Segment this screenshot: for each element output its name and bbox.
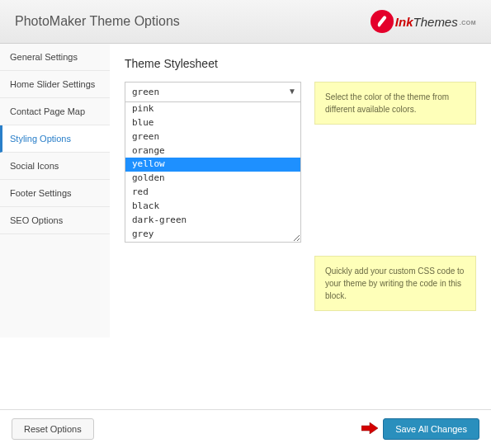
- dropdown-option-yellow[interactable]: yellow: [125, 158, 300, 172]
- dropdown-option-blue[interactable]: blue: [125, 116, 300, 130]
- css-row: Quickly add your custom CSS code to your…: [125, 256, 476, 311]
- dropdown-option-green[interactable]: green: [125, 130, 300, 144]
- dropdown-option-golden[interactable]: golden: [125, 172, 300, 186]
- arrow-right-icon: [361, 422, 378, 436]
- control-column: green ▼ pinkbluegreenorangeyellowgoldenr…: [125, 82, 301, 243]
- sidebar-item-general-settings[interactable]: General Settings: [0, 44, 110, 71]
- theme-color-select[interactable]: green: [125, 82, 301, 102]
- help-column: Select the color of the theme from diffe…: [314, 82, 476, 243]
- logo-text: InkThemes.COM: [395, 15, 476, 29]
- sidebar-item-contact-page-map[interactable]: Contact Page Map: [0, 98, 110, 125]
- help-column: Quickly add your custom CSS code to your…: [314, 256, 476, 311]
- help-color: Select the color of the theme from diffe…: [314, 82, 476, 125]
- header: PhotoMaker Theme Options InkThemes.COM: [0, 0, 491, 44]
- help-css: Quickly add your custom CSS code to your…: [314, 256, 476, 311]
- reset-button[interactable]: Reset Options: [12, 418, 94, 440]
- theme-color-dropdown[interactable]: pinkbluegreenorangeyellowgoldenredblackd…: [125, 102, 301, 243]
- sidebar-item-seo-options[interactable]: SEO Options: [0, 207, 110, 234]
- body-wrap: General SettingsHome Slider SettingsCont…: [0, 44, 491, 337]
- footer: Reset Options Save All Changes: [0, 409, 491, 448]
- control-column: [125, 256, 301, 311]
- logo-mark-icon: [371, 10, 394, 33]
- page-title: PhotoMaker Theme Options: [15, 14, 180, 29]
- content-area: Theme Stylesheet green ▼ pinkbluegreenor…: [110, 44, 491, 337]
- sidebar: General SettingsHome Slider SettingsCont…: [0, 44, 110, 337]
- sidebar-item-footer-settings[interactable]: Footer Settings: [0, 180, 110, 207]
- sidebar-item-styling-options[interactable]: Styling Options: [0, 125, 110, 153]
- dropdown-option-pink[interactable]: pink: [125, 102, 300, 116]
- dropdown-option-dark-green[interactable]: dark-green: [125, 214, 300, 228]
- save-wrap: Save All Changes: [361, 418, 479, 440]
- save-button[interactable]: Save All Changes: [383, 418, 479, 440]
- inkthemes-logo: InkThemes.COM: [371, 10, 476, 33]
- dropdown-option-grey[interactable]: grey: [125, 228, 300, 242]
- dropdown-option-red[interactable]: red: [125, 186, 300, 200]
- sidebar-item-home-slider-settings[interactable]: Home Slider Settings: [0, 71, 110, 98]
- stylesheet-row: green ▼ pinkbluegreenorangeyellowgoldenr…: [125, 82, 476, 243]
- section-title: Theme Stylesheet: [125, 57, 476, 70]
- select-wrap: green ▼: [125, 82, 301, 102]
- sidebar-item-social-icons[interactable]: Social Icons: [0, 153, 110, 180]
- dropdown-option-orange[interactable]: orange: [125, 144, 300, 158]
- dropdown-option-purple[interactable]: purple: [125, 241, 300, 243]
- dropdown-option-black[interactable]: black: [125, 200, 300, 214]
